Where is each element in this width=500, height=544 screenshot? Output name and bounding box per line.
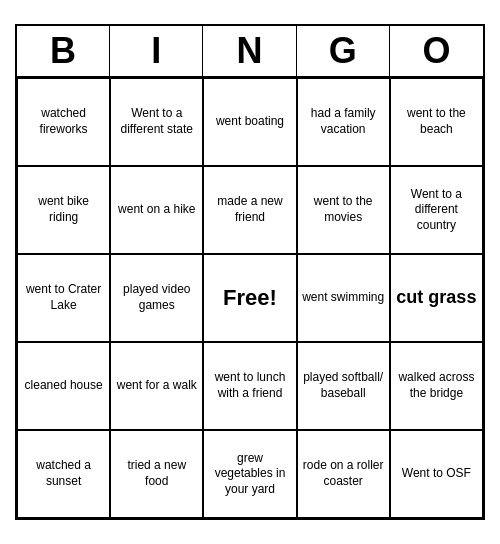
bingo-letter-b: B [17, 26, 110, 76]
bingo-cell-22: grew vegetables in your yard [203, 430, 296, 518]
bingo-cell-2: went boating [203, 78, 296, 166]
bingo-cell-23: rode on a roller coaster [297, 430, 390, 518]
bingo-cell-11: played video games [110, 254, 203, 342]
bingo-cell-10: went to Crater Lake [17, 254, 110, 342]
bingo-cell-8: went to the movies [297, 166, 390, 254]
bingo-cell-5: went bike riding [17, 166, 110, 254]
bingo-cell-21: tried a new food [110, 430, 203, 518]
bingo-grid: watched fireworksWent to a different sta… [17, 78, 483, 518]
bingo-cell-24: Went to OSF [390, 430, 483, 518]
bingo-cell-13: went swimming [297, 254, 390, 342]
bingo-cell-16: went for a walk [110, 342, 203, 430]
bingo-cell-1: Went to a different state [110, 78, 203, 166]
bingo-header: BINGO [17, 26, 483, 78]
bingo-card: BINGO watched fireworksWent to a differe… [15, 24, 485, 520]
bingo-cell-20: watched a sunset [17, 430, 110, 518]
bingo-cell-18: played softball/ baseball [297, 342, 390, 430]
bingo-cell-15: cleaned house [17, 342, 110, 430]
bingo-letter-g: G [297, 26, 390, 76]
bingo-cell-4: went to the beach [390, 78, 483, 166]
bingo-letter-o: O [390, 26, 483, 76]
bingo-cell-9: Went to a different country [390, 166, 483, 254]
bingo-cell-17: went to lunch with a friend [203, 342, 296, 430]
bingo-cell-19: walked across the bridge [390, 342, 483, 430]
bingo-cell-3: had a family vacation [297, 78, 390, 166]
bingo-cell-14: cut grass [390, 254, 483, 342]
bingo-cell-12: Free! [203, 254, 296, 342]
bingo-cell-0: watched fireworks [17, 78, 110, 166]
bingo-cell-7: made a new friend [203, 166, 296, 254]
bingo-letter-i: I [110, 26, 203, 76]
bingo-cell-6: went on a hike [110, 166, 203, 254]
bingo-letter-n: N [203, 26, 296, 76]
